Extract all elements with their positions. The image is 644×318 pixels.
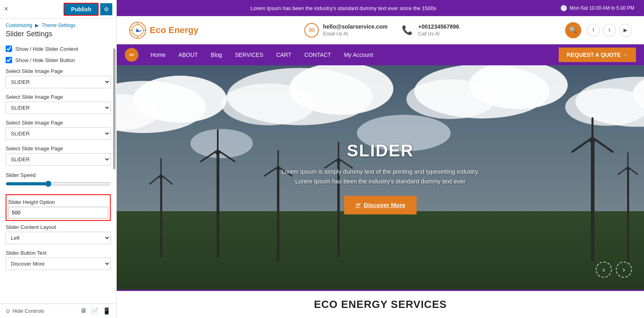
logo-icon xyxy=(129,21,147,39)
panel-title: Slider Settings xyxy=(0,29,116,42)
twitter-icon[interactable]: t xyxy=(603,24,616,37)
mobile-icon[interactable]: 📱 xyxy=(103,307,111,315)
svg-rect-47 xyxy=(627,169,629,262)
select-image-label-1: Select Slide Image Page xyxy=(6,68,111,74)
slider-button-label: Slider Button Text xyxy=(6,250,111,256)
scrollbar-thumb[interactable] xyxy=(113,48,116,169)
phone-link[interactable]: +001234567896 xyxy=(418,23,459,30)
select-image-label-2: Select Slide Image Page xyxy=(6,94,111,100)
select-image-label-3: Select Slide Image Page xyxy=(6,120,111,126)
request-quote-button[interactable]: REQUEST A QUOTE → xyxy=(559,48,636,62)
show-slider-button-checkbox[interactable] xyxy=(6,57,12,63)
svg-line-30 xyxy=(201,150,218,162)
email-link[interactable]: hello@solarservice.com xyxy=(323,23,388,30)
gear-button[interactable]: ⚙ xyxy=(100,3,112,15)
show-slider-content-label: Show / Hide Slider Content xyxy=(15,46,78,52)
nav-item-contact[interactable]: CONTACT xyxy=(298,44,338,65)
select-image-dropdown-4[interactable]: SLIDER xyxy=(6,153,111,166)
slider-content-dropdown[interactable]: Left xyxy=(6,232,111,244)
hide-controls[interactable]: ⊙ Hide Controls xyxy=(6,308,44,314)
breadcrumb-customizing[interactable]: Customizing xyxy=(6,23,32,28)
svg-line-26 xyxy=(161,175,172,184)
social-icons: f t ▶ xyxy=(587,24,632,37)
breadcrumb: Customizing ▶ Theme Settings xyxy=(0,19,116,29)
nav-item-cart[interactable]: CART xyxy=(270,44,298,65)
site-preview: Lorem Ipsum has been the industry's stan… xyxy=(117,0,644,318)
panel-top-bar: × Publish ⚙ xyxy=(0,0,116,19)
phone-sublabel: Call Us At xyxy=(418,31,440,37)
bottom-section: ECO ENERGY SERVICES xyxy=(117,290,644,318)
logo-area: Eco Energy xyxy=(129,21,198,39)
slider-arrows: ‹ › xyxy=(596,262,632,278)
svg-line-51 xyxy=(628,167,638,175)
show-slider-button-label: Show / Hide Slider Button xyxy=(15,57,75,63)
next-arrow[interactable]: › xyxy=(616,262,632,278)
svg-line-35 xyxy=(264,167,278,176)
nav-items: Home ABOUT Blog SERVICES CART CONTACT My… xyxy=(144,44,559,65)
nav-item-blog[interactable]: Blog xyxy=(204,44,229,65)
banner-text: Lorem Ipsum has been the industry's stan… xyxy=(126,5,560,11)
select-image-dropdown-1[interactable]: SLIDER xyxy=(6,76,111,88)
top-banner: Lorem Ipsum has been the industry's stan… xyxy=(117,0,644,16)
email-sublabel: Email Us At xyxy=(323,31,348,37)
svg-rect-42 xyxy=(591,141,594,262)
desktop-icon[interactable]: 🖥 xyxy=(80,307,87,315)
device-icons: 🖥 📄 📱 xyxy=(80,307,111,315)
banner-time-text: Mon-Sat 10.00 AM to 5.00 PM xyxy=(570,5,634,11)
discover-more-button[interactable]: ☞ Discover More xyxy=(344,196,417,214)
email-contact: ✉ hello@solarservice.com Email Us At xyxy=(304,23,388,37)
eco-energy-services-title: ECO ENERGY SERVICES xyxy=(129,298,632,311)
nav-item-myaccount[interactable]: My Account xyxy=(338,44,380,65)
publish-area: Publish ⚙ xyxy=(64,3,112,16)
slider-speed-label: Slider Speed xyxy=(6,172,111,178)
select-image-dropdown-3[interactable]: SLIDER xyxy=(6,127,111,140)
show-slider-content-row: Show / Hide Slider Content xyxy=(6,46,111,52)
header-right: 🔍 f t ▶ xyxy=(565,22,632,38)
slider-height-input[interactable] xyxy=(8,207,108,218)
nav-item-services[interactable]: SERVICES xyxy=(229,44,270,65)
svg-line-45 xyxy=(572,138,592,152)
panel-bottom-bar: ⊙ Hide Controls 🖥 📄 📱 xyxy=(0,303,116,318)
clock-icon: 🕐 xyxy=(560,5,567,11)
email-text: hello@solarservice.com Email Us At xyxy=(323,23,388,37)
header-contact: ✉ hello@solarservice.com Email Us At 📞 +… xyxy=(304,23,459,37)
hide-controls-label: Hide Controls xyxy=(12,308,44,314)
close-button[interactable]: × xyxy=(4,5,8,13)
svg-line-25 xyxy=(150,175,161,184)
nav-logo-icon: ✏ xyxy=(125,48,138,62)
youtube-icon[interactable]: ▶ xyxy=(619,24,632,37)
nav-item-home[interactable]: Home xyxy=(144,44,172,65)
publish-button[interactable]: Publish xyxy=(64,3,99,16)
slider-button-dropdown[interactable]: Discover More xyxy=(6,258,111,270)
logo-name: Eco Energy xyxy=(150,25,198,35)
select-image-dropdown-2[interactable]: SLIDER xyxy=(6,102,111,114)
circle-icon: ⊙ xyxy=(6,308,10,314)
svg-line-46 xyxy=(592,138,613,152)
facebook-icon[interactable]: f xyxy=(587,24,600,37)
slider-content-label: Slider Content Layout xyxy=(6,224,111,230)
search-button[interactable]: 🔍 xyxy=(565,22,581,38)
hero-description: Lorem Ipsum is simply dummy text of the … xyxy=(280,167,481,186)
breadcrumb-separator: ▶ xyxy=(35,23,39,28)
select-image-label-4: Select Slide Image Page xyxy=(6,145,111,152)
hero-title: SLIDER xyxy=(280,141,481,160)
panel-scroll-area: Show / Hide Slider Content Show / Hide S… xyxy=(0,42,116,318)
hero-content: SLIDER Lorem Ipsum is simply dummy text … xyxy=(280,141,481,214)
prev-arrow[interactable]: ‹ xyxy=(596,262,612,278)
hero-btn-label: Discover More xyxy=(364,202,405,208)
main-nav: ✏ Home ABOUT Blog SERVICES CART CONTACT … xyxy=(117,44,644,65)
hand-icon: ☞ xyxy=(355,202,361,209)
svg-rect-27 xyxy=(217,153,219,258)
breadcrumb-theme-settings[interactable]: Theme Settings xyxy=(42,23,76,28)
nav-item-about[interactable]: ABOUT xyxy=(172,44,204,65)
tablet-icon[interactable]: 📄 xyxy=(91,307,99,315)
svg-rect-32 xyxy=(277,169,279,262)
show-slider-content-checkbox[interactable] xyxy=(6,46,12,52)
slider-height-label: Slider Height Option xyxy=(8,199,108,205)
phone-contact: 📞 +001234567896 Call Us At xyxy=(400,23,459,37)
phone-text: +001234567896 Call Us At xyxy=(418,23,459,37)
customizer-panel: × Publish ⚙ Customizing ▶ Theme Settings… xyxy=(0,0,117,318)
banner-time: 🕐 Mon-Sat 10.00 AM to 5.00 PM xyxy=(560,5,634,11)
slider-speed-range[interactable] xyxy=(6,181,111,187)
phone-icon: 📞 xyxy=(400,23,414,37)
